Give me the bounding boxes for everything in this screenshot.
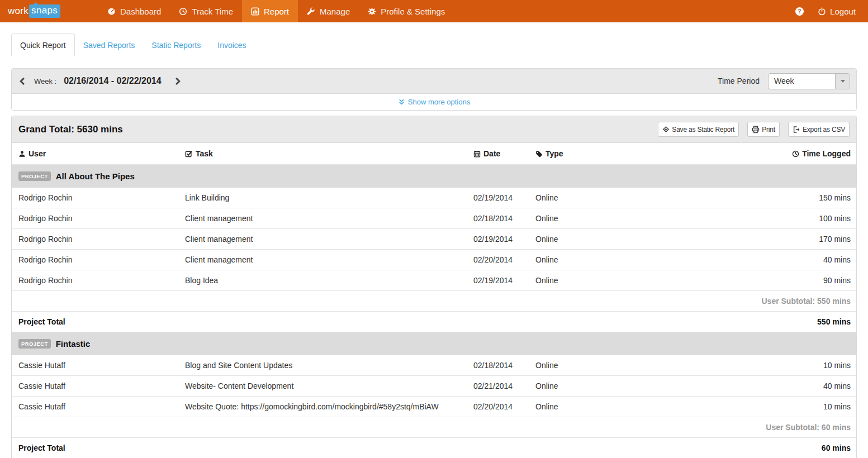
table-row: Cassie Hutaff Website- Content Developme… <box>12 376 856 397</box>
week-label: Week : <box>34 77 56 85</box>
nav-item-label: Report <box>264 7 289 16</box>
project-total-row: Project Total 550 mins <box>12 312 856 332</box>
cell-type: Online <box>531 250 676 270</box>
cell-type: Online <box>531 355 676 376</box>
cell-task: Website Quote: https://gomockingbird.com… <box>181 397 469 417</box>
cell-date: 02/19/2014 <box>469 188 531 208</box>
power-icon <box>818 7 826 16</box>
previous-week-button[interactable] <box>16 76 29 87</box>
cell-task: Blog and Site Content Updates <box>181 355 469 376</box>
worksnaps-logo[interactable]: worksnaps <box>8 0 60 22</box>
cell-user: Rodrigo Rochin <box>12 188 181 208</box>
report-tabs: Quick Report Saved Reports Static Report… <box>11 34 868 56</box>
cell-user: Cassie Hutaff <box>12 376 181 397</box>
cell-task: Client management <box>181 229 469 250</box>
nav-item-profile-settings[interactable]: Profile & Settings <box>359 0 454 22</box>
time-period-label: Time Period <box>718 77 760 85</box>
user-subtotal-row: User Subtotal: 550 mins <box>12 291 856 312</box>
tab-label: Saved Reports <box>83 41 135 50</box>
filter-panel: Week : 02/16/2014 - 02/22/2014 Time Peri… <box>11 68 857 111</box>
column-header-type: Type <box>531 143 676 165</box>
button-label: Save as Static Report <box>672 126 734 133</box>
export-icon <box>793 126 800 133</box>
user-subtotal: User Subtotal: 60 mins <box>12 417 856 438</box>
select-caret <box>835 74 850 89</box>
logo-work: work <box>8 6 29 17</box>
nav-item-dashboard[interactable]: Dashboard <box>98 0 170 22</box>
project-name: Fintastic <box>56 339 91 349</box>
cell-type: Online <box>531 397 676 417</box>
report-header: Grand Total: 5630 mins Save as Static Re… <box>12 116 856 143</box>
table-row: Cassie Hutaff Blog and Site Content Upda… <box>12 355 856 376</box>
cell-date: 02/19/2014 <box>469 270 531 291</box>
project-total-row: Project Total 60 mins <box>12 438 856 458</box>
logout-button[interactable]: Logout <box>818 7 856 16</box>
nav-item-label: Profile & Settings <box>381 7 445 16</box>
nav-item-label: Track Time <box>192 7 233 16</box>
table-row: Cassie Hutaff Website Quote: https://gom… <box>12 397 856 417</box>
nav-item-track-time[interactable]: Track Time <box>170 0 242 22</box>
save-static-report-button[interactable]: Save as Static Report <box>658 122 739 137</box>
logout-label: Logout <box>830 7 856 16</box>
help-icon[interactable] <box>795 7 804 16</box>
week-range: 02/16/2014 - 02/22/2014 <box>64 76 161 86</box>
cell-task: Client management <box>181 250 469 270</box>
show-more-options-link[interactable]: Show more options <box>398 98 470 106</box>
project-total-label: Project Total <box>12 312 676 332</box>
table-row: Rodrigo Rochin Client management 02/20/2… <box>12 250 856 270</box>
main-nav: Dashboard Track Time Report Manage Profi… <box>98 0 454 22</box>
clock-icon <box>792 150 799 158</box>
time-period-value: Week <box>769 77 835 85</box>
cell-time: 90 mins <box>676 270 856 291</box>
logo-snaps: snaps <box>29 4 60 18</box>
tab-label: Quick Report <box>20 41 66 50</box>
week-selector-bar: Week : 02/16/2014 - 02/22/2014 Time Peri… <box>12 69 856 94</box>
export-csv-button[interactable]: Export as CSV <box>788 122 850 137</box>
nav-item-report[interactable]: Report <box>242 0 298 22</box>
project-total-value: 550 mins <box>676 312 856 332</box>
cell-date: 02/21/2014 <box>469 376 531 397</box>
project-band: PROJECT Fintastic <box>12 332 856 356</box>
column-header-user: User <box>12 143 181 165</box>
tag-icon <box>535 150 543 158</box>
column-header-date: Date <box>469 143 531 165</box>
filter-options-row: Show more options <box>12 94 856 110</box>
tab-quick-report[interactable]: Quick Report <box>11 34 75 56</box>
cell-time: 40 mins <box>676 376 856 397</box>
table-row: Rodrigo Rochin Blog Idea 02/19/2014 Onli… <box>12 270 856 291</box>
cell-date: 02/18/2014 <box>469 208 531 229</box>
show-more-label: Show more options <box>408 98 470 106</box>
tab-saved-reports[interactable]: Saved Reports <box>75 34 144 56</box>
cell-time: 170 mins <box>676 229 856 250</box>
report-table: User Task Date Type Time Logged PROJECT … <box>12 143 856 458</box>
cell-user: Cassie Hutaff <box>12 355 181 376</box>
print-button[interactable]: Print <box>747 122 780 137</box>
report-actions: Save as Static Report Print Export as CS… <box>658 122 850 137</box>
user-icon <box>18 150 26 158</box>
cell-date: 02/20/2014 <box>469 250 531 270</box>
table-row: Rodrigo Rochin Client management 02/18/2… <box>12 208 856 229</box>
time-period-select[interactable]: Week <box>768 73 850 89</box>
cell-time: 100 mins <box>676 208 856 229</box>
cell-task: Website- Content Development <box>181 376 469 397</box>
cell-time: 40 mins <box>676 250 856 270</box>
nav-item-label: Manage <box>320 7 350 16</box>
calendar-icon <box>473 150 481 158</box>
button-label: Print <box>762 126 775 133</box>
table-row: Rodrigo Rochin Link Building 02/19/2014 … <box>12 188 856 208</box>
column-header-task: Task <box>181 143 469 165</box>
next-week-button[interactable] <box>171 76 184 87</box>
cell-user: Rodrigo Rochin <box>12 208 181 229</box>
week-nav: Week : 02/16/2014 - 02/22/2014 <box>16 76 184 87</box>
task-check-icon <box>185 150 193 158</box>
project-name: All About The Pipes <box>56 171 135 181</box>
cell-time: 10 mins <box>676 355 856 376</box>
nav-item-manage[interactable]: Manage <box>298 0 359 22</box>
double-chevron-down-icon <box>398 98 405 106</box>
tab-invoices[interactable]: Invoices <box>209 34 254 56</box>
table-row: Rodrigo Rochin Client management 02/19/2… <box>12 229 856 250</box>
cell-task: Client management <box>181 208 469 229</box>
tab-static-reports[interactable]: Static Reports <box>143 34 209 56</box>
user-subtotal: User Subtotal: 550 mins <box>12 291 856 312</box>
cell-date: 02/19/2014 <box>469 229 531 250</box>
